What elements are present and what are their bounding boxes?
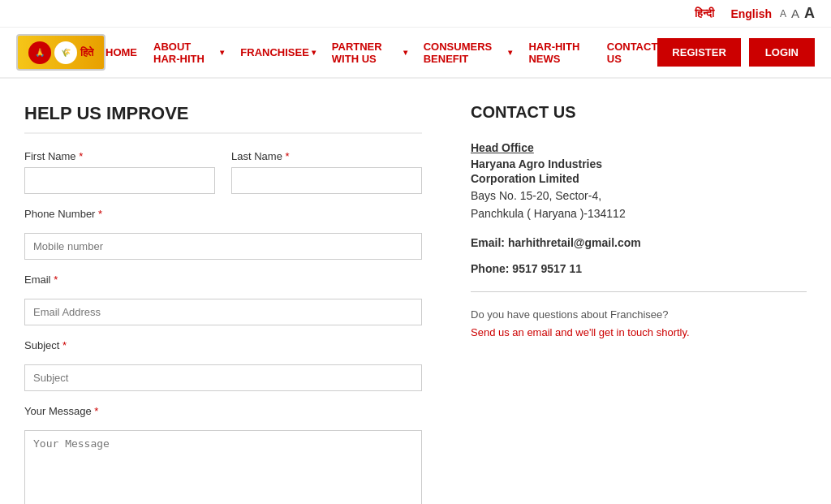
contact-email-value: harhithretail@gmail.com	[508, 236, 641, 249]
font-medium-button[interactable]: A	[791, 6, 799, 20]
logo: 🙏 🌾 हिते	[16, 34, 105, 71]
subject-label: Subject *	[24, 339, 67, 351]
email-label: Email *	[24, 274, 58, 286]
contact-title: CONTACT US	[471, 103, 807, 122]
header: 🙏 🌾 हिते HOME ABOUT HAR-HITH ▾ FRANCHISE…	[0, 28, 831, 79]
nav-news[interactable]: HAR-HITH NEWS	[528, 41, 590, 65]
contact-email: Email: harhithretail@gmail.com	[471, 236, 807, 249]
main-nav: HOME ABOUT HAR-HITH ▾ FRANCHISEE ▾ PARTN…	[105, 41, 657, 65]
name-row: First Name * Last Name *	[24, 150, 422, 194]
header-buttons: REGISTER LOGIN	[657, 38, 815, 67]
contact-office-title: Head Office	[471, 141, 807, 154]
hindi-lang-button[interactable]: हिन्दी	[695, 6, 714, 20]
last-name-input[interactable]	[231, 167, 422, 194]
phone-required: *	[98, 208, 102, 220]
last-name-label: Last Name *	[231, 150, 422, 162]
first-name-group: First Name *	[24, 150, 215, 194]
contact-franchise-link[interactable]: Send us an email and we'll get in touch …	[471, 326, 690, 338]
register-button[interactable]: REGISTER	[657, 38, 740, 67]
contact-address: Bays No. 15-20, Sector-4, Panchkula ( Ha…	[471, 187, 807, 223]
contact-email-label: Email:	[471, 236, 505, 249]
logo-icon-2: 🌾	[54, 41, 77, 64]
nav-partner-label: PARTNER WITH US	[332, 41, 401, 65]
nav-about-arrow: ▾	[220, 48, 224, 57]
nav-consumers[interactable]: CONSUMERS BENEFIT ▾	[424, 41, 513, 65]
contact-phone: Phone: 9517 9517 11	[471, 262, 807, 275]
subject-group: Subject *	[24, 338, 422, 391]
login-button[interactable]: LOGIN	[749, 38, 815, 67]
form-title: HELP US IMPROVE	[24, 103, 422, 134]
email-required: *	[54, 274, 58, 286]
nav-home-label: HOME	[105, 46, 137, 58]
first-name-required: *	[79, 150, 83, 162]
email-input[interactable]	[24, 299, 422, 325]
nav-about-label: ABOUT HAR-HITH	[153, 41, 217, 65]
contact-franchise-question: Do you have questions about Franchisee?	[471, 308, 807, 321]
font-large-button[interactable]: A	[804, 5, 815, 22]
nav-consumers-arrow: ▾	[508, 48, 512, 57]
email-group: Email *	[24, 273, 422, 325]
contact-org-name2: Corporation Limited	[471, 172, 807, 185]
message-group: Your Message *	[24, 404, 422, 504]
nav-partner-arrow: ▾	[403, 48, 407, 57]
message-required: *	[94, 405, 98, 417]
nav-contact[interactable]: CONTACT US	[607, 41, 658, 65]
nav-franchisee-label: FRANCHISEE	[240, 46, 309, 58]
nav-franchisee[interactable]: FRANCHISEE ▾	[240, 46, 316, 58]
nav-consumers-label: CONSUMERS BENEFIT	[424, 41, 506, 65]
nav-franchisee-arrow: ▾	[312, 48, 316, 57]
nav-news-label: HAR-HITH NEWS	[528, 41, 590, 65]
nav-about[interactable]: ABOUT HAR-HITH ▾	[153, 41, 224, 65]
font-small-button[interactable]: A	[780, 8, 786, 19]
logo-area: 🙏 🌾 हिते	[16, 34, 105, 71]
message-label: Your Message *	[24, 405, 98, 417]
first-name-label: First Name *	[24, 150, 215, 162]
first-name-input[interactable]	[24, 167, 215, 194]
phone-label: Phone Number *	[24, 208, 102, 220]
message-textarea[interactable]	[24, 430, 422, 504]
contact-phone-label: Phone:	[471, 262, 509, 275]
logo-icon-1: 🙏	[28, 41, 51, 64]
nav-contact-label: CONTACT US	[607, 41, 658, 65]
subject-input[interactable]	[24, 364, 422, 391]
last-name-group: Last Name *	[231, 150, 422, 194]
contact-divider	[471, 291, 807, 292]
nav-home[interactable]: HOME	[105, 46, 137, 58]
contact-phone-value: 9517 9517 11	[512, 262, 582, 275]
english-lang-button[interactable]: English	[730, 7, 772, 20]
phone-group: Phone Number *	[24, 207, 422, 260]
last-name-required: *	[286, 150, 290, 162]
phone-input[interactable]	[24, 233, 422, 260]
contact-org-name1: Haryana Agro Industries	[471, 157, 807, 170]
logo-text: हिते	[80, 46, 93, 59]
font-size-controls: A A A	[780, 5, 815, 22]
form-section: HELP US IMPROVE First Name * Last Name *…	[24, 103, 422, 504]
contact-section: CONTACT US Head Office Haryana Agro Indu…	[454, 103, 807, 504]
main-content: HELP US IMPROVE First Name * Last Name *…	[0, 79, 831, 504]
subject-required: *	[62, 339, 67, 351]
top-bar: हिन्दी English A A A	[0, 0, 831, 28]
nav-partner[interactable]: PARTNER WITH US ▾	[332, 41, 407, 65]
